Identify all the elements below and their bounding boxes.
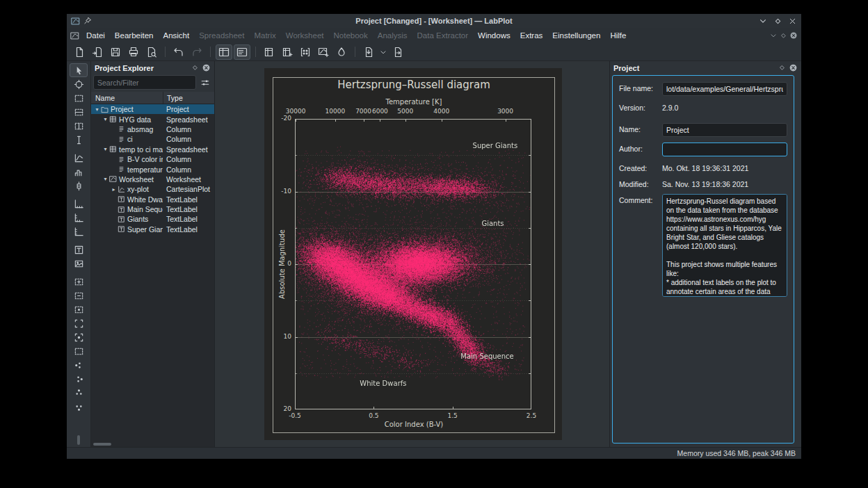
redo-button[interactable] <box>188 44 205 60</box>
zoom-original-button[interactable] <box>70 302 88 316</box>
menu-windows[interactable]: Windows <box>473 30 515 41</box>
export-button[interactable] <box>389 44 406 60</box>
menu-datei[interactable]: Datei <box>81 30 110 41</box>
tree-row-white-dwarfs[interactable]: White DwarfsTextLabel <box>91 195 214 204</box>
mdi-window-icon[interactable] <box>70 31 79 40</box>
menu-bearbeiten[interactable]: Bearbeiten <box>110 30 159 41</box>
new-project-button[interactable] <box>71 44 88 60</box>
print-preview-button[interactable] <box>143 44 160 60</box>
close-dock-icon[interactable] <box>202 63 211 72</box>
tree-scrollbar[interactable] <box>93 443 111 446</box>
tree-row-temperature[interactable]: temperatureColumn <box>91 164 214 174</box>
add-histogram-button[interactable] <box>70 165 88 179</box>
tree-row-ci[interactable]: ciColumn <box>91 134 214 144</box>
toolbar-scroll-indicator[interactable] <box>77 435 80 445</box>
select-region-icon <box>74 93 84 104</box>
select-region-button[interactable] <box>70 91 88 105</box>
add-axis-horizontal-button[interactable] <box>70 197 88 211</box>
tree-row-temp-to-ci-mapping[interactable]: ▾temp to ci mappingSpreadsheet <box>91 145 214 154</box>
maximize-button[interactable] <box>773 17 782 26</box>
mdi-close-button[interactable] <box>789 31 798 40</box>
add-text-label-button[interactable] <box>70 243 88 257</box>
filter-options-button[interactable] <box>198 76 212 90</box>
tree-item-label: temperature <box>127 165 163 174</box>
file-name-label: File name: <box>619 82 662 96</box>
tree-expander-icon[interactable]: ▾ <box>102 116 109 122</box>
new-worksheet-button[interactable] <box>315 44 332 60</box>
tree-row-project[interactable]: ▾ProjectProject <box>91 104 214 114</box>
add-image-button[interactable] <box>70 257 88 270</box>
menu-hilfe[interactable]: Hilfe <box>605 30 631 41</box>
tree-row-xy-plot[interactable]: ▸xy-plotCartesianPlot <box>91 184 214 194</box>
auto-scale-button[interactable] <box>70 316 88 330</box>
toggle-project-explorer-button[interactable] <box>216 44 232 60</box>
tree-row-hyg-data[interactable]: ▾HYG dataSpreadsheet <box>91 114 214 124</box>
zoom-out-button[interactable] <box>70 288 88 302</box>
comment-field[interactable] <box>662 194 787 297</box>
auto-scale-y-button[interactable] <box>70 344 88 358</box>
tree-item-type: TextLabel <box>163 215 214 223</box>
select-x-region-button[interactable] <box>70 105 88 119</box>
author-field[interactable] <box>662 143 787 156</box>
column-header-type[interactable]: Type <box>163 92 214 104</box>
shift-right-x-button[interactable] <box>70 372 88 386</box>
worksheet-page[interactable]: Hertzsprung–Russell diagram Temperature … <box>264 68 562 440</box>
minimize-button[interactable] <box>758 16 768 26</box>
new-matrix-button[interactable] <box>297 44 314 60</box>
save-project-button[interactable] <box>107 44 124 60</box>
add-axis-ticks-button[interactable] <box>70 211 88 225</box>
shift-down-y-button[interactable] <box>70 400 88 414</box>
auto-scale-x-button[interactable] <box>70 330 88 344</box>
shift-left-x-button[interactable] <box>70 358 88 372</box>
properties-header[interactable]: Project <box>610 61 801 74</box>
import-file-button[interactable] <box>360 44 377 60</box>
tree-item-type: Spreadsheet <box>163 145 214 154</box>
menu-einstellungen[interactable]: Einstellungen <box>547 30 605 41</box>
open-project-button[interactable] <box>89 44 106 60</box>
float-dock-icon[interactable] <box>778 64 786 72</box>
tree-row-giants[interactable]: GiantsTextLabel <box>91 214 214 224</box>
tree-row-main-sequence[interactable]: Main SequenceTextLabel <box>91 204 214 214</box>
project-name-field[interactable] <box>662 123 787 137</box>
tree-row-absmag[interactable]: absmagColumn <box>91 124 214 134</box>
add-boxplot-button[interactable] <box>70 179 88 193</box>
print-button[interactable] <box>125 44 142 60</box>
toggle-properties-dock-button[interactable] <box>234 44 250 60</box>
titlebar[interactable]: Project [Changed] - [Worksheet] — LabPlo… <box>67 14 801 28</box>
file-name-field[interactable] <box>662 82 787 96</box>
mdi-restore-button[interactable] <box>780 32 787 40</box>
cursor-tool-button[interactable] <box>70 133 88 147</box>
zoom-in-button[interactable] <box>70 275 88 288</box>
new-notebook-button[interactable] <box>333 44 350 60</box>
new-folder-button[interactable] <box>261 44 278 60</box>
tree-row-worksheet[interactable]: ▾WorksheetWorksheet <box>91 174 214 184</box>
search-input[interactable] <box>93 75 196 90</box>
tree-expander-icon[interactable]: ▸ <box>110 186 118 193</box>
float-dock-icon[interactable] <box>191 64 199 72</box>
tree-expander-icon[interactable]: ▾ <box>102 176 109 182</box>
pin-icon[interactable] <box>83 17 92 25</box>
navigate-button[interactable] <box>70 63 88 77</box>
close-button[interactable] <box>788 17 797 26</box>
menu-ansicht[interactable]: Ansicht <box>158 30 194 41</box>
tree-expander-icon[interactable]: ▾ <box>93 106 101 113</box>
select-y-region-button[interactable] <box>70 119 88 133</box>
tree-row-b-v-color-index[interactable]: B-V color indexColumn <box>91 154 214 164</box>
undo-button[interactable] <box>170 44 187 60</box>
zoom-and-select-button[interactable] <box>70 77 88 91</box>
column-header-name[interactable]: Name <box>91 94 163 102</box>
new-spreadsheet-button[interactable] <box>279 44 296 60</box>
add-xy-curve-button[interactable] <box>70 151 88 165</box>
project-explorer-header[interactable]: Project Explorer <box>91 61 214 74</box>
tree-header[interactable]: Name Type <box>91 92 214 104</box>
mdi-minimize-button[interactable] <box>769 31 778 40</box>
tree-expander-icon[interactable]: ▾ <box>102 146 109 152</box>
close-dock-icon[interactable] <box>789 63 798 72</box>
menu-extras[interactable]: Extras <box>515 30 548 41</box>
import-dropdown-button[interactable] <box>378 44 388 60</box>
tree-row-super-giants[interactable]: Super GiantsTextLabel <box>91 225 214 234</box>
shift-left-x-icon <box>74 360 84 371</box>
hr-scatter-canvas[interactable] <box>295 119 531 409</box>
shift-up-y-button[interactable] <box>70 386 88 400</box>
add-axis-vertical-button[interactable] <box>70 225 88 238</box>
